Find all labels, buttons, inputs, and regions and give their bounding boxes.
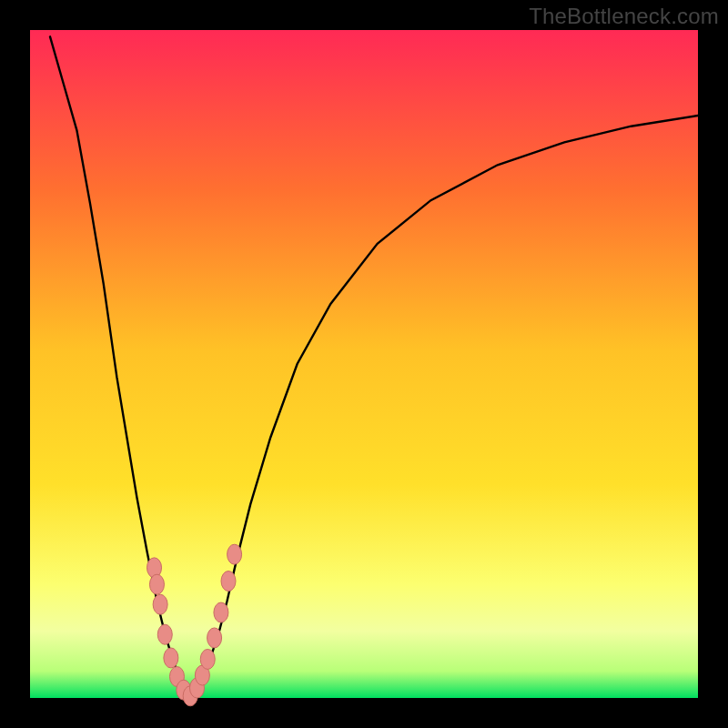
data-marker xyxy=(221,571,236,592)
data-marker xyxy=(228,544,242,564)
plot-background xyxy=(30,30,698,698)
chart-frame: TheBottleneck.com xyxy=(0,0,728,728)
data-marker xyxy=(157,624,172,644)
bottleneck-chart xyxy=(0,0,728,728)
data-marker xyxy=(207,628,222,648)
data-marker xyxy=(149,574,164,594)
data-marker xyxy=(200,649,215,669)
data-marker xyxy=(164,648,178,668)
watermark-text: TheBottleneck.com xyxy=(529,4,719,29)
data-marker xyxy=(153,594,167,614)
data-marker xyxy=(214,602,228,622)
